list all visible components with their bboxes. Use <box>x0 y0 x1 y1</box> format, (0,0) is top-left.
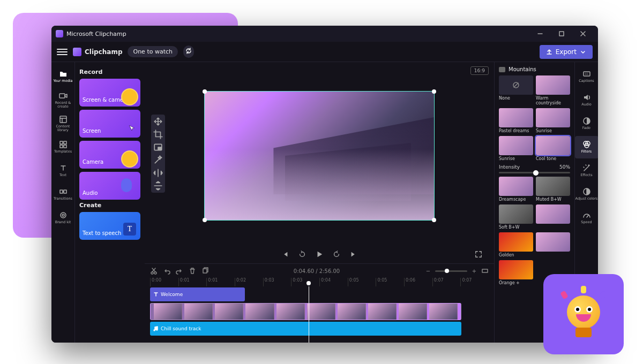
fullscreen-button[interactable] <box>474 249 483 259</box>
brand-logo-icon <box>73 48 81 56</box>
filter-muted-bw[interactable]: Muted B+W <box>536 177 570 202</box>
filter-soft-bw[interactable]: Soft B+W <box>499 204 533 230</box>
zoom-fit-button[interactable] <box>481 267 489 275</box>
play-button[interactable] <box>315 249 324 259</box>
window-title: Microsoft Clipchamp <box>66 31 126 37</box>
avatar-thumb <box>121 88 138 105</box>
center-area: 16:9 <box>145 62 494 343</box>
rail-record-create[interactable]: Record & create <box>51 89 75 111</box>
filter-warm[interactable]: Warm countryside <box>536 75 570 105</box>
rail-effects[interactable]: Effects <box>575 160 599 182</box>
zoom-slider[interactable] <box>435 270 467 272</box>
svg-point-14 <box>61 213 66 218</box>
filter-blank1[interactable] <box>536 204 570 230</box>
split-button[interactable] <box>150 267 158 275</box>
sync-button[interactable] <box>183 46 194 58</box>
copy-button[interactable] <box>201 267 209 275</box>
rail-adjust-colors[interactable]: Adjust colors <box>575 183 599 206</box>
menu-button[interactable] <box>57 47 68 57</box>
filter-sunrise[interactable]: Sunrise <box>536 108 570 133</box>
speed-icon <box>582 211 591 219</box>
card-text-to-speech[interactable]: Text to speech T <box>79 212 140 240</box>
rail-fade[interactable]: Fade <box>575 112 599 135</box>
resize-handle-tr[interactable] <box>432 89 436 94</box>
svg-line-23 <box>514 83 518 87</box>
delete-button[interactable] <box>189 267 196 275</box>
rail-transitions[interactable]: Transitions <box>51 183 75 206</box>
tool-move[interactable] <box>153 117 163 126</box>
resize-handle-bl[interactable] <box>203 218 207 222</box>
text-icon: T <box>123 223 136 236</box>
titlebar: Microsoft Clipchamp <box>51 26 598 42</box>
rail-content-library[interactable]: Content library <box>51 112 75 135</box>
svg-rect-10 <box>60 145 63 148</box>
minimize-button[interactable] <box>529 26 551 42</box>
text-track-clip[interactable]: Welcome <box>150 287 245 301</box>
intensity-label: Intensity <box>499 164 520 170</box>
card-screen[interactable]: Screen <box>79 110 140 138</box>
zoom-out-button[interactable]: − <box>424 267 432 275</box>
upload-icon <box>546 49 552 55</box>
video-track-clip[interactable] <box>150 303 461 320</box>
rail-audio[interactable]: Audio <box>575 89 599 111</box>
rail-brand-kit[interactable]: Brand kit <box>51 207 75 229</box>
resize-handle-br[interactable] <box>432 218 436 222</box>
rail-filters[interactable]: Filters <box>575 136 599 158</box>
filter-cool-tone[interactable]: Cool tone <box>536 136 570 161</box>
wand-icon <box>582 164 591 172</box>
tool-flip-v[interactable] <box>153 181 163 191</box>
card-screen-camera[interactable]: Screen & camera <box>79 79 140 107</box>
skip-forward-button[interactable] <box>349 249 358 259</box>
rail-speed[interactable]: Speed <box>575 207 599 229</box>
rewind-button[interactable] <box>297 249 307 259</box>
maximize-button[interactable] <box>551 26 572 42</box>
intensity-slider[interactable] <box>499 172 570 173</box>
time-ruler[interactable]: 0:00 0:01 0:01 0:02 0:03 0:03 0:04 0:05 … <box>145 278 494 286</box>
tool-pip[interactable] <box>153 142 163 152</box>
resize-handle-tl[interactable] <box>203 89 207 94</box>
undo-button[interactable] <box>163 267 170 275</box>
skip-back-button[interactable] <box>280 249 290 259</box>
tool-flip-h[interactable] <box>153 168 163 178</box>
redo-button[interactable] <box>176 267 183 275</box>
lightbulb-character <box>565 290 602 338</box>
rail-captions[interactable]: CC Captions <box>575 65 599 88</box>
rail-templates[interactable]: Templates <box>51 136 75 158</box>
avatar-thumb <box>121 150 138 168</box>
filter-golden[interactable]: Golden <box>499 232 533 257</box>
svg-rect-21 <box>482 269 488 272</box>
tracks-area[interactable]: Welcome Chill sound track <box>145 286 494 343</box>
filter-orange[interactable]: Orange + <box>499 260 533 285</box>
rail-text[interactable]: Text <box>51 160 75 182</box>
mic-icon <box>121 178 132 192</box>
card-audio[interactable]: Audio <box>79 172 140 200</box>
filter-blank2[interactable] <box>536 232 570 257</box>
close-button[interactable] <box>572 26 594 42</box>
timeline: 0:04.60 / 2:56.00 − + 0:00 0:01 0:01 0:0… <box>145 263 494 343</box>
timeline-toolbar: 0:04.60 / 2:56.00 − + <box>145 264 494 278</box>
card-camera[interactable]: Camera <box>79 141 140 169</box>
filter-sunrise2[interactable]: Sunrise <box>499 136 533 161</box>
svg-point-15 <box>62 214 64 216</box>
filter-pastel[interactable]: Pastel dreams <box>499 108 533 133</box>
export-label: Export <box>556 48 577 56</box>
project-name-pill[interactable]: One to watch <box>128 46 178 57</box>
record-section-title: Record <box>79 69 140 75</box>
media-panel: Record Screen & camera Screen Camera Aud… <box>75 62 145 343</box>
preview-area: 16:9 <box>145 62 494 245</box>
export-button[interactable]: Export <box>540 45 593 59</box>
playback-controls <box>145 245 494 263</box>
aspect-ratio-button[interactable]: 16:9 <box>470 66 489 75</box>
filter-none[interactable]: None <box>499 75 533 105</box>
forward-button[interactable] <box>332 249 341 259</box>
filter-dreamscape[interactable]: Dreamscape <box>499 177 533 202</box>
zoom-in-button[interactable]: + <box>470 267 478 275</box>
none-icon <box>512 81 520 89</box>
tool-wand[interactable] <box>153 155 163 165</box>
audio-track-clip[interactable]: Chill sound track <box>150 322 461 336</box>
rail-your-media[interactable]: Your media <box>51 65 75 88</box>
playhead[interactable] <box>309 286 309 343</box>
create-section-title: Create <box>79 202 140 209</box>
tool-crop[interactable] <box>153 130 163 139</box>
video-canvas[interactable] <box>204 91 435 221</box>
